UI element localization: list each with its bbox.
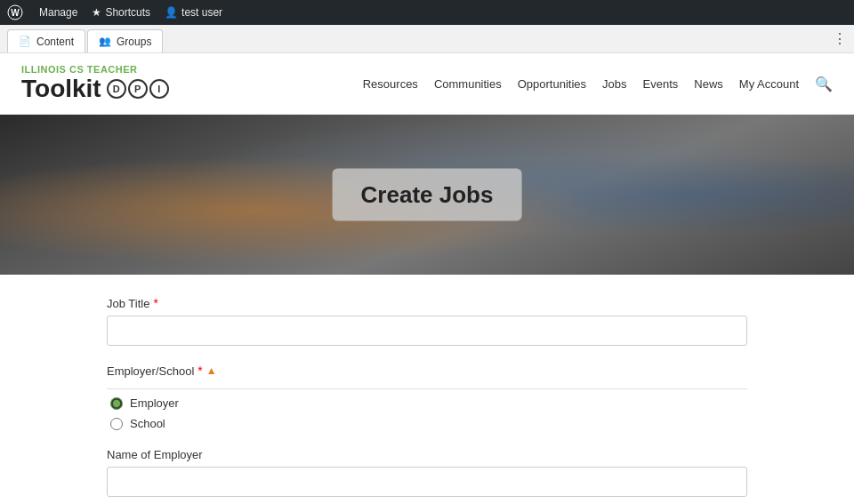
job-title-label: Job Title *	[107, 296, 747, 310]
badge-d: D	[107, 79, 126, 99]
employer-school-label-text: Employer/School	[107, 364, 194, 378]
logo-subtitle: Illinois CS Teacher	[21, 64, 169, 75]
nav-jobs[interactable]: Jobs	[602, 77, 626, 91]
nav-communities[interactable]: Communities	[434, 77, 502, 91]
employer-school-radio-group: Employer School	[107, 396, 747, 430]
hero-overlay: Create Jobs	[333, 169, 522, 221]
browser-settings-button[interactable]: ⋮	[833, 30, 847, 47]
logo-area: Illinois CS Teacher Toolkit D P I	[21, 64, 169, 103]
nav-my-account[interactable]: My Account	[739, 77, 799, 91]
browser-tabs-bar: 📄 Content 👥 Groups ⋮	[0, 25, 854, 53]
admin-bar-manage[interactable]: Manage	[39, 6, 77, 19]
job-title-label-text: Job Title	[107, 297, 149, 310]
name-of-employer-label: Name of Employer	[107, 448, 747, 461]
name-of-employer-label-text: Name of Employer	[107, 448, 203, 461]
job-title-group: Job Title *	[107, 296, 747, 346]
user-icon: 👤	[165, 6, 178, 19]
employer-divider	[107, 388, 747, 389]
employer-warning-icon: ▲	[206, 364, 217, 377]
nav-events[interactable]: Events	[643, 77, 679, 91]
name-of-employer-input[interactable]	[107, 467, 747, 497]
employer-school-label: Employer/School * ▲	[107, 364, 747, 378]
content-tab-label: Content	[36, 36, 74, 48]
badge-i: I	[149, 79, 169, 99]
manage-label: Manage	[39, 6, 77, 19]
browser-tab-groups[interactable]: 👥 Groups	[87, 29, 163, 52]
content-tab-icon: 📄	[19, 36, 31, 47]
employer-school-required: *	[197, 364, 202, 378]
radio-school-text: School	[130, 417, 165, 430]
nav-opportunities[interactable]: Opportunities	[518, 77, 586, 91]
name-of-employer-group: Name of Employer	[107, 448, 747, 497]
form-area: Job Title * Employer/School * ▲ Employer…	[0, 275, 854, 504]
radio-school[interactable]	[110, 418, 123, 430]
radio-employer-text: Employer	[130, 396, 179, 410]
main-nav: Resources Communities Opportunities Jobs…	[363, 76, 833, 92]
user-label: test user	[181, 6, 222, 19]
browser-tab-content[interactable]: 📄 Content	[7, 29, 85, 52]
groups-tab-label: Groups	[117, 36, 151, 48]
search-icon[interactable]: 🔍	[815, 76, 833, 92]
shortcuts-label: Shortcuts	[105, 6, 150, 19]
admin-bar-shortcuts[interactable]: ★ Shortcuts	[92, 6, 150, 19]
site-header: Illinois CS Teacher Toolkit D P I Resour…	[0, 53, 854, 115]
admin-bar-user[interactable]: 👤 test user	[165, 6, 222, 19]
hero-banner: Create Jobs	[0, 115, 854, 275]
nav-resources[interactable]: Resources	[363, 77, 418, 91]
logo-title-text: Toolkit	[21, 75, 101, 103]
radio-employer-label[interactable]: Employer	[110, 396, 747, 410]
svg-text:W: W	[11, 8, 20, 18]
nav-news[interactable]: News	[694, 77, 723, 91]
radio-employer[interactable]	[110, 397, 123, 410]
job-title-input[interactable]	[107, 316, 747, 346]
job-title-required: *	[153, 296, 157, 310]
badge-p: P	[128, 79, 148, 99]
star-icon: ★	[92, 6, 101, 19]
admin-bar-logo[interactable]: W	[7, 4, 25, 20]
employer-school-group: Employer/School * ▲ Employer School	[107, 364, 747, 430]
logo-badge: D P I	[107, 79, 169, 99]
admin-bar: W Manage ★ Shortcuts 👤 test user	[0, 0, 854, 25]
hero-title: Create Jobs	[361, 181, 494, 209]
logo-title: Toolkit D P I	[21, 75, 169, 103]
radio-school-label[interactable]: School	[110, 417, 747, 430]
groups-tab-icon: 👥	[99, 36, 111, 47]
